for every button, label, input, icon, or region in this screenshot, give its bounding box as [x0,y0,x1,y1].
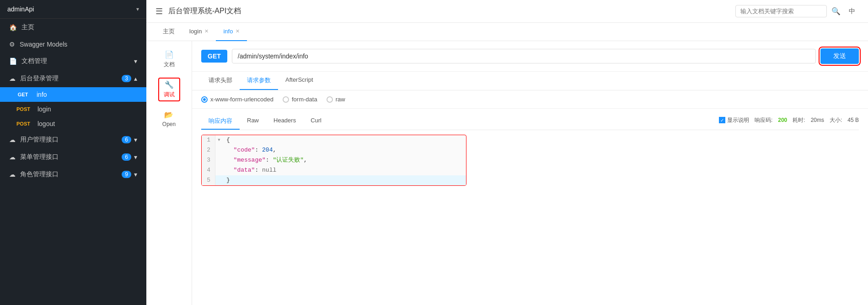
doc-button[interactable]: 📄 文档 [164,50,175,68]
sidebar-header[interactable]: adminApi ▾ [0,0,146,19]
tab-request-headers[interactable]: 请求头部 [201,72,240,90]
line-number: 2 [202,145,215,155]
api-item-login[interactable]: POST login [0,102,146,116]
code-line: 1 ▾ { [202,135,466,145]
cloud-icon: ☁ [9,136,16,143]
chevron-up-icon: ▴ [134,75,137,82]
code-content: } [223,175,230,185]
response-tabs-left: 响应内容 Raw Headers Curl [201,113,329,130]
sidebar-item-role-manage[interactable]: ☁ 角色管理接口 9 ▾ [0,166,146,183]
search-input[interactable] [735,5,827,17]
section-badge: 6 [122,153,131,161]
collapse-spacer [215,145,223,155]
radio-form-data[interactable]: form-data [283,96,317,103]
radio-circle [283,96,289,103]
sidebar-section-left: 📄 文档管理 [9,57,47,65]
badge-arrow-group: 3 ▴ [122,75,137,82]
chevron-down-icon: ▾ [136,6,139,12]
gear-icon: ⚙ [9,41,15,48]
api-item-name: logout [38,120,55,127]
sidebar-item-label: Swagger Models [20,41,67,48]
doc-label: 文档 [164,61,175,68]
code-line: 5 } [202,175,466,185]
sidebar-item-label: 文档管理 [21,57,47,65]
left-panel: 📄 文档 🔧 调试 📂 Open [146,41,192,305]
chevron-right-icon: ▾ [134,153,137,161]
tab-label: info [223,28,233,35]
radio-raw[interactable]: raw [327,96,345,103]
section-badge: 3 [122,75,131,82]
sidebar-item-user-manage[interactable]: ☁ 用户管理接口 6 ▾ [0,131,146,148]
open-button[interactable]: 📂 Open [162,110,176,127]
sidebar-item-label: 用户管理接口 [20,136,59,144]
sidebar-item-label: 主页 [21,23,34,32]
show-desc-checkbox[interactable]: ✓ 显示说明 [719,116,749,124]
tab-home[interactable]: 主页 [155,23,182,41]
sidebar-item-home[interactable]: 🏠 主页 [0,19,146,36]
response-tabs: 响应内容 Raw Headers Curl ✓ 显示说明 响应码: [201,113,859,130]
param-tabs: 请求头部 请求参数 AfterScript [192,72,868,90]
radio-urlencoded[interactable]: x-www-form-urlencoded [201,96,273,103]
checkbox-icon: ✓ [719,117,725,123]
tabs-bar: 主页 login ✕ info ✕ [146,23,868,41]
tab-response-content[interactable]: 响应内容 [201,113,240,130]
api-item-name: info [37,91,47,98]
open-label: Open [162,121,176,127]
code-content: "data": null [223,165,276,175]
page-title: 后台管理系统-API文档 [168,6,241,16]
sidebar-item-label: 角色管理接口 [20,170,59,179]
code-content: { [223,135,230,145]
tab-response-curl[interactable]: Curl [303,113,329,130]
tab-info[interactable]: info ✕ [216,23,247,41]
collapse-icon[interactable]: ▾ [215,135,223,145]
chevron-right-icon: ▾ [134,58,137,65]
top-header-left: ☰ 后台管理系统-API文档 [155,6,241,16]
radio-label: x-www-form-urlencoded [210,96,273,103]
send-button[interactable]: 发送 [820,48,859,64]
debug-button[interactable]: 🔧 调试 [158,78,180,101]
code-content: "message": "认证失败", [223,155,307,165]
menu-icon[interactable]: ☰ [155,6,163,16]
search-icon[interactable]: 🔍 [831,7,841,16]
line-number: 5 [202,175,215,185]
right-main: GET 发送 请求头部 请求参数 AfterScript x-www-form-… [192,41,868,305]
radio-circle [201,96,208,103]
size-label: 大小: [830,116,842,124]
time-label: 耗时: [793,116,805,124]
code-line: 2 "code": 204, [202,145,466,155]
sidebar-item-label: 后台登录管理 [20,74,59,83]
code-line: 3 "message": "认证失败", [202,155,466,165]
project-name: adminApi [7,5,34,13]
language-button[interactable]: 中 [845,5,859,17]
response-code-block: 1 ▾ { 2 "code": 204, 3 "message": "认证失败"… [201,135,466,186]
url-bar: GET 发送 [192,41,868,72]
collapse-spacer [215,165,223,175]
tab-close-icon[interactable]: ✕ [204,28,209,34]
collapse-spacer [215,175,223,185]
method-badge: GET [201,50,227,63]
api-item-info[interactable]: GET info [0,87,146,102]
sidebar-item-doc-manage[interactable]: 📄 文档管理 ▾ [0,53,146,70]
section-badge: 9 [122,171,131,178]
sidebar-item-backend-login[interactable]: ☁ 后台登录管理 3 ▴ [0,70,146,87]
home-icon: 🏠 [9,24,17,31]
tab-login[interactable]: login ✕ [182,23,216,41]
url-input[interactable] [232,49,816,63]
sidebar-item-menu-manage[interactable]: ☁ 菜单管理接口 6 ▾ [0,148,146,166]
top-header: ☰ 后台管理系统-API文档 🔍 中 [146,0,868,23]
tab-close-icon[interactable]: ✕ [236,28,240,34]
api-item-logout[interactable]: POST logout [0,116,146,131]
tab-response-headers[interactable]: Headers [266,113,303,130]
sidebar-item-label: 菜单管理接口 [20,153,59,161]
line-number: 4 [202,165,215,175]
doc-icon: 📄 [9,58,17,65]
tab-afterscript[interactable]: AfterScript [278,72,321,90]
tab-response-raw[interactable]: Raw [240,113,266,130]
response-size: 45 B [847,117,859,123]
show-desc-label: 显示说明 [727,116,749,124]
method-label: POST [14,105,33,113]
chevron-right-icon: ▾ [134,171,137,178]
tab-request-params[interactable]: 请求参数 [240,72,278,90]
radio-circle [327,96,333,103]
sidebar-item-swagger[interactable]: ⚙ Swagger Models [0,36,146,53]
